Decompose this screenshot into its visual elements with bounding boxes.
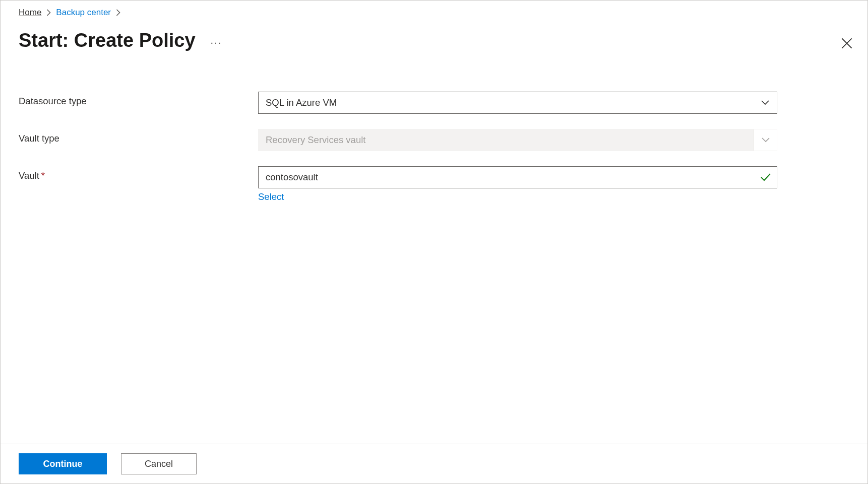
vault-input[interactable]: contosovault <box>258 166 777 188</box>
checkmark-icon <box>761 167 771 188</box>
chevron-down-icon <box>754 129 777 151</box>
datasource-type-value: SQL in Azure VM <box>266 97 337 108</box>
page-title: Start: Create Policy <box>19 30 196 51</box>
vault-type-value: Recovery Services vault <box>266 134 365 146</box>
chevron-right-icon <box>116 9 120 16</box>
close-button[interactable] <box>838 35 855 52</box>
more-actions-button[interactable]: ··· <box>211 33 222 48</box>
datasource-type-select[interactable]: SQL in Azure VM <box>258 92 777 114</box>
breadcrumb: Home Backup center <box>19 8 849 18</box>
chevron-right-icon <box>46 9 51 16</box>
cancel-button[interactable]: Cancel <box>121 453 197 474</box>
vault-value: contosovault <box>266 172 318 183</box>
footer: Continue Cancel <box>1 444 867 483</box>
datasource-type-label: Datasource type <box>19 92 258 107</box>
vault-label: Vault* <box>19 166 258 181</box>
vault-select-link[interactable]: Select <box>258 191 284 202</box>
continue-button[interactable]: Continue <box>19 453 107 474</box>
close-icon <box>841 38 852 49</box>
breadcrumb-home[interactable]: Home <box>19 8 41 18</box>
vault-type-select: Recovery Services vault <box>258 129 777 151</box>
breadcrumb-backup-center[interactable]: Backup center <box>56 8 111 18</box>
chevron-down-icon <box>754 92 777 113</box>
vault-type-label: Vault type <box>19 129 258 144</box>
required-marker: * <box>41 170 45 181</box>
